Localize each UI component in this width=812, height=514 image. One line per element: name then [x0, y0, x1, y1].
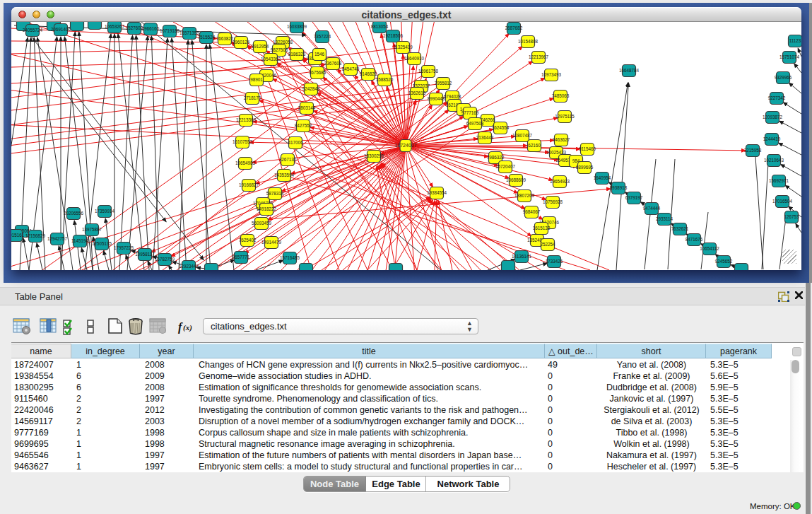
svg-text:19166827: 19166827: [239, 182, 259, 187]
svg-text:12213967: 12213967: [529, 54, 549, 59]
svg-text:126753: 126753: [784, 214, 799, 219]
svg-text:9463627: 9463627: [553, 137, 570, 142]
svg-text:3624554: 3624554: [492, 125, 510, 130]
svg-text:10719185: 10719185: [160, 28, 180, 33]
svg-text:19654923: 19654923: [550, 179, 570, 184]
svg-text:2367608: 2367608: [324, 61, 342, 66]
svg-text:18807209: 18807209: [514, 193, 535, 198]
svg-text:6497508: 6497508: [466, 121, 484, 126]
svg-text:17359914: 17359914: [95, 209, 115, 214]
svg-text:7625402: 7625402: [239, 238, 257, 243]
svg-text:417006: 417006: [288, 140, 303, 145]
svg-text:9115460: 9115460: [579, 146, 596, 151]
svg-text:16033809: 16033809: [287, 24, 307, 29]
svg-text:12093872: 12093872: [763, 115, 783, 119]
svg-text:16648784: 16648784: [619, 68, 640, 73]
svg-text:3215958: 3215958: [744, 148, 762, 153]
svg-text:5878314: 5878314: [266, 191, 284, 196]
svg-text:3915161: 3915161: [11, 233, 25, 238]
svg-text:2933114: 2933114: [656, 216, 673, 221]
svg-text:7955812: 7955812: [435, 81, 452, 86]
svg-text:15720407: 15720407: [495, 164, 516, 169]
svg-text:1640954: 1640954: [594, 175, 611, 180]
svg-text:2718170: 2718170: [244, 95, 261, 100]
svg-text:9474444: 9474444: [643, 206, 661, 211]
svg-text:252254: 252254: [540, 242, 555, 247]
svg-text:8938918: 8938918: [610, 185, 628, 190]
svg-text:14353594: 14353594: [274, 173, 295, 177]
svg-text:12156829: 12156829: [25, 233, 46, 238]
svg-text:8471676: 8471676: [686, 237, 703, 242]
svg-text:6379197: 6379197: [625, 195, 643, 200]
svg-text:9684067: 9684067: [523, 209, 541, 214]
svg-text:18300295: 18300295: [364, 153, 384, 158]
svg-text:12505135: 12505135: [92, 241, 112, 246]
svg-text:2136443: 2136443: [476, 135, 494, 140]
svg-text:15692971: 15692971: [769, 178, 789, 183]
svg-text:8960124: 8960124: [233, 40, 250, 45]
svg-text:3267130: 3267130: [279, 157, 297, 162]
svg-text:7357224: 7357224: [314, 34, 331, 39]
svg-text:11123: 11123: [789, 38, 801, 43]
svg-text:14918222: 14918222: [257, 206, 277, 211]
svg-text:16571355: 16571355: [180, 30, 200, 35]
svg-text:7663822: 7663822: [216, 36, 234, 41]
svg-text:17957225: 17957225: [114, 245, 134, 250]
svg-text:1615132: 1615132: [533, 226, 551, 230]
svg-text:12213369: 12213369: [236, 117, 257, 122]
svg-text:9242848: 9242848: [302, 86, 320, 91]
svg-text:8813054: 8813054: [371, 24, 389, 29]
svg-text:10958117: 10958117: [135, 252, 155, 257]
svg-text:10756928: 10756928: [543, 199, 563, 204]
svg-text:17016504: 17016504: [772, 199, 793, 204]
svg-text:9227342: 9227342: [768, 95, 786, 100]
svg-text:56093459: 56093459: [252, 221, 272, 226]
svg-text:20206556: 20206556: [64, 211, 84, 216]
svg-text:9146821: 9146821: [360, 71, 377, 76]
svg-text:13975887: 13975887: [82, 227, 102, 232]
svg-text:7632621: 7632621: [671, 226, 689, 231]
svg-text:10543362: 10543362: [261, 57, 281, 62]
svg-text:24055724: 24055724: [23, 28, 43, 33]
svg-text:8990448: 8990448: [428, 96, 445, 101]
svg-text:2687682: 2687682: [505, 25, 523, 30]
svg-text:7485063: 7485063: [552, 93, 570, 98]
svg-text:19384554: 19384554: [427, 190, 447, 195]
svg-text:1244419: 1244419: [763, 136, 781, 141]
svg-text:1145194: 1145194: [71, 238, 89, 243]
svg-text:15716485: 15716485: [280, 255, 300, 260]
svg-text:6794028: 6794028: [444, 94, 461, 99]
svg-text:8454749: 8454749: [342, 66, 360, 71]
svg-text:16782759: 16782759: [155, 257, 175, 262]
svg-text:1527602: 1527602: [126, 25, 143, 30]
svg-text:14914479: 14914479: [261, 240, 282, 245]
svg-text:6899695: 6899695: [576, 165, 594, 170]
svg-text:10210643: 10210643: [764, 158, 784, 163]
svg-text:1546: 1546: [314, 52, 325, 57]
svg-text:9777169: 9777169: [461, 110, 479, 115]
svg-text:1588520: 1588520: [376, 77, 394, 82]
svg-text:10654112: 10654112: [700, 246, 719, 251]
svg-text:10154808: 10154808: [518, 39, 539, 44]
svg-text:9245652: 9245652: [715, 259, 733, 264]
svg-text:7986322: 7986322: [487, 155, 505, 160]
svg-text:14136141: 14136141: [512, 254, 532, 259]
svg-text:18640910: 18640910: [404, 56, 425, 61]
svg-text:3675685: 3675685: [309, 70, 326, 75]
svg-text:1733426: 1733426: [546, 259, 563, 264]
svg-text:19654983: 19654983: [235, 160, 256, 165]
svg-text:2803144: 2803144: [298, 105, 316, 110]
svg-text:18724007: 18724007: [394, 143, 416, 148]
svg-text:9329966: 9329966: [775, 75, 792, 80]
svg-text:(x): (x): [183, 323, 192, 332]
svg-text:12923448: 12923448: [179, 264, 199, 269]
svg-text:12942757: 12942757: [47, 236, 68, 241]
svg-text:11325419: 11325419: [393, 45, 413, 49]
svg-text:19218506: 19218506: [383, 33, 404, 38]
svg-text:16961758: 16961758: [418, 69, 439, 74]
svg-text:1362615: 1362615: [408, 90, 426, 95]
svg-text:20691406: 20691406: [51, 27, 71, 32]
svg-text:6966160: 6966160: [142, 26, 160, 31]
svg-text:12975115: 12975115: [555, 114, 575, 119]
svg-text:f: f: [178, 321, 183, 334]
